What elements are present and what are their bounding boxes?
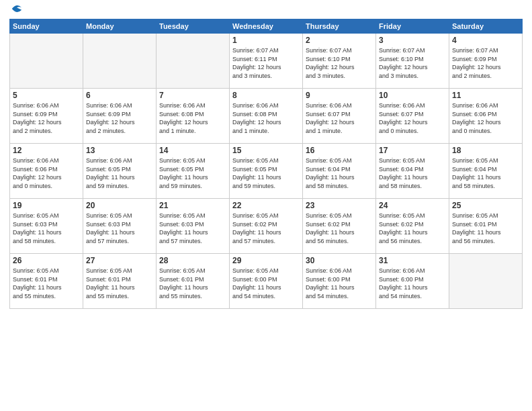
calendar-cell: 24Sunrise: 6:05 AM Sunset: 6:02 PM Dayli… [376, 199, 449, 254]
calendar-cell: 6Sunrise: 6:06 AM Sunset: 6:09 PM Daylig… [83, 89, 157, 144]
day-info: Sunrise: 6:05 AM Sunset: 6:03 PM Dayligh… [13, 212, 80, 245]
day-info: Sunrise: 6:05 AM Sunset: 6:05 PM Dayligh… [159, 156, 226, 190]
calendar-cell: 16Sunrise: 6:05 AM Sunset: 6:04 PM Dayli… [303, 144, 376, 199]
day-info: Sunrise: 6:05 AM Sunset: 6:04 PM Dayligh… [379, 156, 446, 190]
calendar-week-3: 12Sunrise: 6:06 AM Sunset: 6:06 PM Dayli… [10, 144, 523, 199]
day-number: 12 [13, 146, 80, 155]
day-number: 20 [86, 201, 153, 210]
page: SundayMondayTuesdayWednesdayThursdayFrid… [0, 0, 532, 411]
day-info: Sunrise: 6:06 AM Sunset: 6:05 PM Dayligh… [86, 156, 153, 190]
day-number: 7 [159, 91, 226, 100]
day-number: 10 [379, 91, 446, 100]
day-info: Sunrise: 6:06 AM Sunset: 6:00 PM Dayligh… [379, 267, 446, 300]
calendar-cell: 15Sunrise: 6:05 AM Sunset: 6:05 PM Dayli… [230, 144, 303, 199]
day-number: 9 [306, 91, 373, 100]
day-info: Sunrise: 6:05 AM Sunset: 6:02 PM Dayligh… [306, 212, 373, 245]
day-info: Sunrise: 6:07 AM Sunset: 6:09 PM Dayligh… [452, 46, 519, 80]
day-info: Sunrise: 6:06 AM Sunset: 6:08 PM Dayligh… [232, 101, 300, 135]
day-number: 4 [452, 36, 519, 45]
weekday-header-thursday: Thursday [303, 19, 376, 34]
calendar-cell: 22Sunrise: 6:05 AM Sunset: 6:02 PM Dayli… [230, 199, 303, 254]
day-info: Sunrise: 6:05 AM Sunset: 6:01 PM Dayligh… [452, 212, 519, 245]
calendar-cell: 14Sunrise: 6:05 AM Sunset: 6:05 PM Dayli… [157, 144, 230, 199]
calendar-cell: 5Sunrise: 6:06 AM Sunset: 6:09 PM Daylig… [10, 89, 83, 144]
day-number: 8 [232, 91, 300, 100]
day-info: Sunrise: 6:06 AM Sunset: 6:09 PM Dayligh… [13, 101, 80, 135]
calendar-week-5: 26Sunrise: 6:05 AM Sunset: 6:01 PM Dayli… [10, 254, 523, 309]
day-number: 29 [232, 256, 300, 265]
calendar-cell: 23Sunrise: 6:05 AM Sunset: 6:02 PM Dayli… [303, 199, 376, 254]
calendar-cell: 8Sunrise: 6:06 AM Sunset: 6:08 PM Daylig… [230, 89, 303, 144]
day-info: Sunrise: 6:06 AM Sunset: 6:06 PM Dayligh… [452, 101, 519, 135]
calendar-cell: 3Sunrise: 6:07 AM Sunset: 6:10 PM Daylig… [376, 34, 449, 89]
day-info: Sunrise: 6:05 AM Sunset: 6:04 PM Dayligh… [452, 156, 519, 190]
day-number: 11 [452, 91, 519, 100]
day-number: 30 [306, 256, 373, 265]
day-info: Sunrise: 6:05 AM Sunset: 6:04 PM Dayligh… [306, 156, 373, 190]
calendar-cell: 18Sunrise: 6:05 AM Sunset: 6:04 PM Dayli… [449, 144, 523, 199]
day-number: 19 [13, 201, 80, 210]
calendar-cell: 11Sunrise: 6:06 AM Sunset: 6:06 PM Dayli… [449, 89, 523, 144]
calendar-week-1: 1Sunrise: 6:07 AM Sunset: 6:11 PM Daylig… [10, 34, 523, 89]
logo [9, 7, 23, 15]
day-info: Sunrise: 6:05 AM Sunset: 6:05 PM Dayligh… [232, 156, 300, 190]
weekday-header-monday: Monday [83, 19, 157, 34]
day-number: 28 [159, 256, 226, 265]
day-number: 18 [452, 146, 519, 155]
day-info: Sunrise: 6:05 AM Sunset: 6:02 PM Dayligh… [379, 212, 446, 245]
calendar-cell: 30Sunrise: 6:06 AM Sunset: 6:00 PM Dayli… [303, 254, 376, 309]
day-info: Sunrise: 6:06 AM Sunset: 6:06 PM Dayligh… [13, 156, 80, 190]
day-number: 27 [86, 256, 153, 265]
weekday-header-friday: Friday [376, 19, 449, 34]
day-info: Sunrise: 6:06 AM Sunset: 6:07 PM Dayligh… [306, 101, 373, 135]
weekday-header-row: SundayMondayTuesdayWednesdayThursdayFrid… [10, 19, 523, 34]
day-number: 25 [452, 201, 519, 210]
day-number: 1 [232, 36, 300, 45]
day-info: Sunrise: 6:07 AM Sunset: 6:10 PM Dayligh… [306, 46, 373, 80]
weekday-header-saturday: Saturday [449, 19, 523, 34]
calendar-cell: 20Sunrise: 6:05 AM Sunset: 6:03 PM Dayli… [83, 199, 157, 254]
calendar-cell [449, 254, 523, 309]
calendar-cell [10, 34, 83, 89]
calendar-week-2: 5Sunrise: 6:06 AM Sunset: 6:09 PM Daylig… [10, 89, 523, 144]
calendar-cell: 28Sunrise: 6:05 AM Sunset: 6:01 PM Dayli… [157, 254, 230, 309]
calendar-week-4: 19Sunrise: 6:05 AM Sunset: 6:03 PM Dayli… [10, 199, 523, 254]
calendar-cell: 13Sunrise: 6:06 AM Sunset: 6:05 PM Dayli… [83, 144, 157, 199]
day-number: 21 [159, 201, 226, 210]
calendar-cell: 2Sunrise: 6:07 AM Sunset: 6:10 PM Daylig… [303, 34, 376, 89]
day-info: Sunrise: 6:05 AM Sunset: 6:03 PM Dayligh… [159, 212, 226, 245]
day-number: 2 [306, 36, 373, 45]
day-info: Sunrise: 6:07 AM Sunset: 6:10 PM Dayligh… [379, 46, 446, 80]
calendar-cell: 29Sunrise: 6:05 AM Sunset: 6:00 PM Dayli… [230, 254, 303, 309]
calendar-cell: 27Sunrise: 6:05 AM Sunset: 6:01 PM Dayli… [83, 254, 157, 309]
calendar-cell: 4Sunrise: 6:07 AM Sunset: 6:09 PM Daylig… [449, 34, 523, 89]
day-info: Sunrise: 6:05 AM Sunset: 6:02 PM Dayligh… [232, 212, 300, 245]
day-info: Sunrise: 6:06 AM Sunset: 6:09 PM Dayligh… [86, 101, 153, 135]
day-number: 13 [86, 146, 153, 155]
day-info: Sunrise: 6:06 AM Sunset: 6:08 PM Dayligh… [159, 101, 226, 135]
day-number: 15 [232, 146, 300, 155]
calendar-cell: 12Sunrise: 6:06 AM Sunset: 6:06 PM Dayli… [10, 144, 83, 199]
day-info: Sunrise: 6:05 AM Sunset: 6:01 PM Dayligh… [86, 267, 153, 300]
day-info: Sunrise: 6:05 AM Sunset: 6:03 PM Dayligh… [86, 212, 153, 245]
day-number: 16 [306, 146, 373, 155]
calendar-cell: 26Sunrise: 6:05 AM Sunset: 6:01 PM Dayli… [10, 254, 83, 309]
day-number: 3 [379, 36, 446, 45]
day-info: Sunrise: 6:07 AM Sunset: 6:11 PM Dayligh… [232, 46, 300, 80]
calendar-cell: 25Sunrise: 6:05 AM Sunset: 6:01 PM Dayli… [449, 199, 523, 254]
day-number: 6 [86, 91, 153, 100]
day-number: 31 [379, 256, 446, 265]
calendar-cell [83, 34, 157, 89]
day-info: Sunrise: 6:06 AM Sunset: 6:00 PM Dayligh… [306, 267, 373, 300]
day-number: 23 [306, 201, 373, 210]
weekday-header-wednesday: Wednesday [230, 19, 303, 34]
weekday-header-tuesday: Tuesday [157, 19, 230, 34]
logo-icon [11, 3, 23, 15]
day-info: Sunrise: 6:05 AM Sunset: 6:01 PM Dayligh… [159, 267, 226, 300]
calendar-cell: 9Sunrise: 6:06 AM Sunset: 6:07 PM Daylig… [303, 89, 376, 144]
day-info: Sunrise: 6:06 AM Sunset: 6:07 PM Dayligh… [379, 101, 446, 135]
day-number: 5 [13, 91, 80, 100]
day-info: Sunrise: 6:05 AM Sunset: 6:01 PM Dayligh… [13, 267, 80, 300]
calendar-cell: 19Sunrise: 6:05 AM Sunset: 6:03 PM Dayli… [10, 199, 83, 254]
day-number: 14 [159, 146, 226, 155]
